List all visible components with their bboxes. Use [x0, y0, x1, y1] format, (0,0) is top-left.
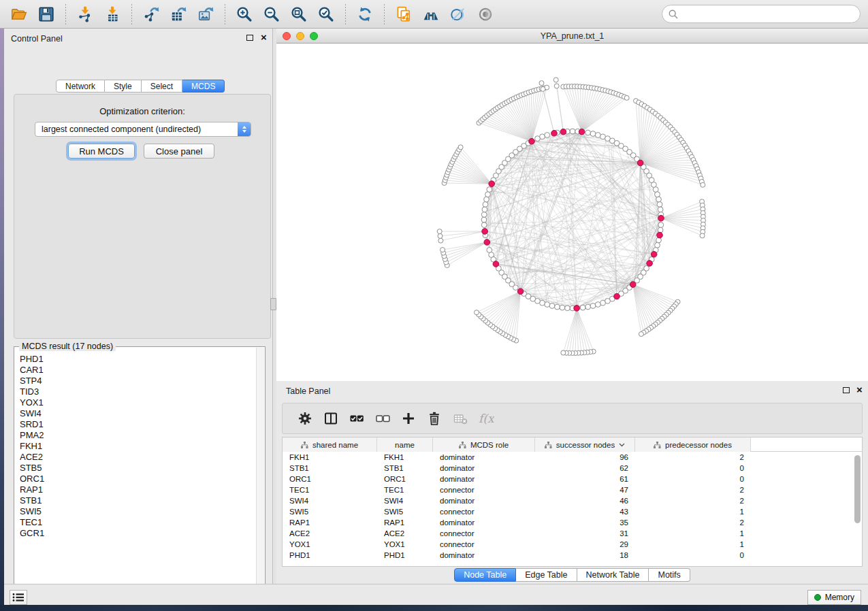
table-cell: connector	[433, 539, 535, 550]
refresh-icon[interactable]	[353, 3, 376, 25]
zoom-selected-icon[interactable]	[315, 3, 338, 25]
mcds-result-item[interactable]: ACE2	[15, 452, 257, 463]
close-panel-button[interactable]: Close panel	[144, 144, 214, 159]
open-file-icon[interactable]	[7, 3, 31, 25]
mcds-result-item[interactable]: GCR1	[15, 528, 257, 539]
mcds-result-item[interactable]: FKH1	[15, 441, 257, 452]
table-row[interactable]: SWI5SWI5connector431	[283, 506, 862, 517]
tab-mcds[interactable]: MCDS	[182, 80, 225, 93]
column-header-successor-nodes[interactable]: successor nodes	[535, 437, 635, 452]
table-row[interactable]: SWI4SWI4dominator462	[283, 495, 862, 506]
import-table-icon[interactable]	[101, 3, 124, 25]
level-of-detail-icon[interactable]	[474, 3, 497, 25]
mcds-result-item[interactable]: CAR1	[15, 365, 257, 376]
node-table: shared namenameMCDS rolesuccessor nodesp…	[282, 437, 863, 567]
column-header-name[interactable]: name	[377, 437, 433, 452]
table-row[interactable]: ORC1ORC1dominator610	[283, 474, 862, 484]
table-row[interactable]: RAP1RAP1dominator352	[283, 517, 862, 528]
table-row[interactable]: FKH1FKH1dominator962	[283, 452, 862, 463]
mcds-result-item[interactable]: TEC1	[15, 517, 257, 528]
close-table-panel-icon[interactable]: ×	[856, 384, 863, 396]
tab-select[interactable]: Select	[142, 80, 182, 93]
network-canvas[interactable]	[276, 44, 868, 381]
mcds-result-item[interactable]: STB1	[15, 495, 257, 506]
import-network-icon[interactable]	[74, 3, 97, 25]
table-row[interactable]: PHD1PHD1dominator180	[283, 550, 862, 561]
table-header-row: shared namenameMCDS rolesuccessor nodesp…	[283, 437, 862, 452]
mcds-result-item[interactable]: YOX1	[15, 397, 257, 408]
clear-table-icon	[447, 408, 473, 429]
table-scrollbar-thumb[interactable]	[854, 455, 861, 523]
float-table-panel-icon[interactable]	[843, 387, 850, 393]
main-toolbar	[0, 0, 868, 29]
tab-node-table[interactable]: Node Table	[454, 568, 516, 582]
mcds-result-item[interactable]: SWI4	[15, 408, 257, 419]
table-cell: TEC1	[283, 484, 377, 495]
table-cell: dominator	[433, 452, 535, 463]
export-table-icon[interactable]	[167, 3, 190, 25]
mcds-result-item[interactable]: STP4	[15, 376, 257, 386]
splitter-handle[interactable]	[270, 298, 276, 310]
mcds-result-item[interactable]: PMA2	[15, 430, 257, 441]
binoculars-icon[interactable]	[419, 3, 443, 25]
export-image-icon[interactable]	[194, 3, 217, 25]
table-row[interactable]: STB1STB1dominator620	[283, 463, 862, 474]
export-network-icon[interactable]	[140, 3, 163, 25]
mcds-result-scrollbar[interactable]	[256, 348, 264, 597]
zoom-in-icon[interactable]	[233, 3, 256, 25]
table-cell: 0	[635, 474, 751, 484]
mcds-result-item[interactable]: ORC1	[15, 474, 257, 484]
table-row[interactable]: TEC1TEC1connector472	[283, 484, 862, 495]
table-cell: 62	[535, 463, 635, 474]
clone-network-icon[interactable]	[392, 3, 415, 25]
memory-button[interactable]: Memory	[807, 590, 861, 605]
task-history-button[interactable]	[10, 590, 27, 605]
table-cell: 2	[635, 517, 751, 528]
save-session-icon[interactable]	[35, 3, 58, 25]
table-cell: ORC1	[377, 474, 433, 484]
mcds-result-item[interactable]: PHD1	[15, 354, 257, 365]
zoom-fit-icon[interactable]	[287, 3, 310, 25]
table-cell: 2	[635, 495, 751, 506]
close-panel-icon[interactable]: ×	[261, 31, 267, 44]
table-cell: 0	[635, 550, 751, 561]
run-mcds-button[interactable]: Run MCDS	[68, 144, 135, 159]
control-panel-title: Control Panel	[11, 34, 63, 44]
delete-column-icon[interactable]	[421, 408, 447, 429]
table-cell: ACE2	[377, 528, 433, 539]
table-scrollbar[interactable]	[854, 440, 861, 563]
table-cell: ORC1	[283, 474, 377, 484]
network-window-titlebar[interactable]: YPA_prune.txt_1	[276, 29, 868, 44]
mcds-result-item[interactable]: SWI5	[15, 506, 257, 517]
table-panel: Table Panel × f(x) shared namenameMCDS r…	[276, 381, 868, 584]
column-header-shared-name[interactable]: shared name	[283, 437, 377, 452]
float-window-icon[interactable]	[246, 35, 253, 41]
tab-edge-table[interactable]: Edge Table	[516, 568, 577, 582]
column-header-MCDS-role[interactable]: MCDS role	[433, 437, 535, 452]
table-row[interactable]: ACE2ACE2connector311	[283, 528, 862, 539]
tab-motifs[interactable]: Motifs	[649, 568, 690, 582]
memory-label: Memory	[825, 593, 854, 602]
mcds-result-item[interactable]: SRD1	[15, 419, 257, 430]
status-bar: Memory	[4, 584, 868, 605]
table-row[interactable]: YOX1YOX1connector291	[283, 539, 862, 550]
toggle-graphics-icon[interactable]	[447, 3, 470, 25]
table-cell: 0	[635, 463, 751, 474]
mcds-result-item[interactable]: RAP1	[15, 484, 257, 495]
zoom-out-icon[interactable]	[260, 3, 283, 25]
table-cell: 1	[635, 539, 751, 550]
select-all-icon[interactable]	[344, 408, 370, 429]
table-cell: ACE2	[283, 528, 377, 539]
columns-icon[interactable]	[318, 408, 344, 429]
deselect-all-icon[interactable]	[370, 408, 396, 429]
settings-icon[interactable]	[292, 408, 318, 429]
mcds-result-item[interactable]: STB5	[15, 463, 257, 474]
mcds-result-item[interactable]: TID3	[15, 386, 257, 397]
tab-style[interactable]: Style	[105, 80, 142, 93]
search-input[interactable]	[682, 10, 854, 19]
column-header-predecessor-nodes[interactable]: predecessor nodes	[635, 437, 751, 452]
optimization-criterion-select[interactable]: largest connected component (undirected)	[35, 122, 251, 137]
tab-network[interactable]: Network	[56, 80, 105, 93]
tab-network-table[interactable]: Network Table	[577, 568, 649, 582]
add-column-icon[interactable]	[396, 408, 421, 429]
